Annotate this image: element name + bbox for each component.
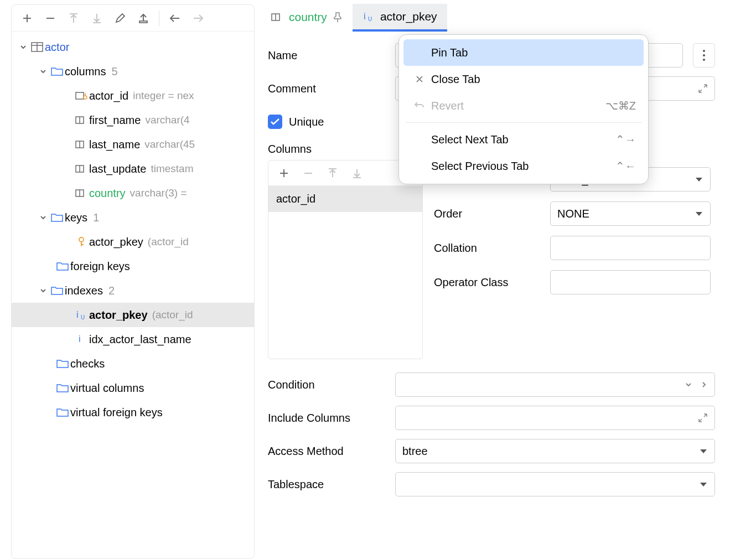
unique-checkbox-row[interactable]: Unique xyxy=(268,115,324,129)
columns-label: columns xyxy=(65,65,106,78)
move-col-down-button[interactable] xyxy=(346,162,368,184)
svg-point-8 xyxy=(79,237,84,242)
tree-key-item[interactable]: actor_pkey (actor_id xyxy=(12,230,254,254)
svg-point-15 xyxy=(703,50,705,52)
form-row-operator-class: Operator Class xyxy=(434,265,715,299)
export-button[interactable] xyxy=(132,7,154,29)
menu-select-next-tab[interactable]: Select Next Tab ⌃→ xyxy=(403,126,644,153)
tree: actor columns 5 actor_id integer = nex f… xyxy=(12,32,254,428)
form-row-order: Order NONE xyxy=(434,196,715,231)
order-select[interactable]: NONE xyxy=(550,201,711,226)
menu-pin-tab[interactable]: Pin Tab xyxy=(403,39,644,66)
tablespace-label: Tablespace xyxy=(268,478,390,491)
column-name: last_update xyxy=(89,163,146,175)
keys-count: 1 xyxy=(93,211,99,224)
move-down-button[interactable] xyxy=(86,7,108,29)
svg-text:i: i xyxy=(79,334,81,344)
tree-column-item[interactable]: first_name varchar(4 xyxy=(12,108,254,132)
indexes-label: indexes xyxy=(65,284,103,297)
order-value: NONE xyxy=(557,208,589,220)
collation-label: Collation xyxy=(434,242,545,255)
key-icon xyxy=(74,236,89,247)
tree-column-item[interactable]: actor_id integer = nex xyxy=(12,84,254,108)
index-name: actor_pkey xyxy=(89,309,148,322)
menu-separator xyxy=(406,122,641,123)
tree-node-virtual-columns[interactable]: virtual columns xyxy=(12,376,254,400)
condition-input[interactable] xyxy=(395,372,715,397)
svg-point-16 xyxy=(703,54,705,56)
access-method-select[interactable]: btree xyxy=(395,439,715,463)
tree-index-item[interactable]: i idx_actor_last_name xyxy=(12,327,254,351)
tree-node-table[interactable]: actor xyxy=(12,35,254,59)
columns-section: actor_id Column Name actor_id Order NONE… xyxy=(268,160,715,359)
tree-node-indexes[interactable]: indexes 2 xyxy=(12,278,254,303)
column-name: last_name xyxy=(89,138,140,151)
foreign-keys-label: foreign keys xyxy=(70,260,130,273)
folder-icon xyxy=(55,407,70,417)
move-up-button[interactable] xyxy=(63,7,85,29)
pin-icon[interactable] xyxy=(333,12,343,23)
chevron-right-icon[interactable] xyxy=(700,381,708,389)
menu-close-tab[interactable]: Close Tab xyxy=(403,66,644,92)
index-meta: (actor_id xyxy=(152,309,193,321)
tree-column-item[interactable]: last_name varchar(45 xyxy=(12,132,254,157)
tab-label: actor_pkey xyxy=(380,10,437,23)
tree-node-virtual-foreign-keys[interactable]: virtual foreign keys xyxy=(12,400,254,425)
expand-icon[interactable] xyxy=(698,413,708,423)
expand-icon[interactable] xyxy=(698,84,708,94)
include-columns-label: Include Columns xyxy=(268,412,390,425)
tab-actor-pkey[interactable]: iU actor_pkey xyxy=(353,4,447,32)
column-type: varchar(4 xyxy=(145,114,189,126)
column-type: timestam xyxy=(151,163,193,175)
chevron-down-icon xyxy=(37,287,49,294)
menu-shortcut: ⌥⌘Z xyxy=(605,99,636,112)
revert-icon xyxy=(411,101,428,110)
include-columns-input[interactable] xyxy=(395,406,715,430)
tree-node-columns[interactable]: columns 5 xyxy=(12,59,254,84)
svg-point-3 xyxy=(84,96,87,99)
menu-select-prev-tab[interactable]: Select Previous Tab ⌃← xyxy=(403,153,644,179)
tablespace-select[interactable] xyxy=(395,472,715,496)
tab-country[interactable]: country xyxy=(261,3,353,31)
columns-list: actor_id xyxy=(268,160,423,359)
folder-icon xyxy=(49,66,65,76)
close-icon xyxy=(411,75,428,84)
sidebar: actor columns 5 actor_id integer = nex f… xyxy=(11,4,255,559)
form-row-access-method: Access Method btree xyxy=(268,434,715,468)
chevron-down-icon xyxy=(37,68,49,75)
svg-text:U: U xyxy=(368,16,372,22)
index-unique-icon: iU xyxy=(74,309,89,320)
folder-icon xyxy=(55,359,70,369)
form-row-collation: Collation xyxy=(434,231,715,265)
sidebar-toolbar xyxy=(12,5,254,32)
collation-input[interactable] xyxy=(550,236,711,260)
comment-label: Comment xyxy=(268,82,390,95)
tree-node-keys[interactable]: keys 1 xyxy=(12,205,254,230)
tree-node-foreign-keys[interactable]: foreign keys xyxy=(12,254,254,278)
tree-node-checks[interactable]: checks xyxy=(12,351,254,376)
column-icon xyxy=(74,188,89,198)
add-column-button[interactable] xyxy=(273,162,295,184)
keys-label: keys xyxy=(65,211,87,224)
back-button[interactable] xyxy=(164,7,186,29)
unique-checkbox[interactable] xyxy=(268,115,282,129)
remove-column-button[interactable] xyxy=(297,162,319,184)
tree-column-item[interactable]: last_update timestam xyxy=(12,157,254,181)
folder-icon xyxy=(49,286,65,296)
tab-label: country xyxy=(289,11,327,24)
menu-revert: Revert ⌥⌘Z xyxy=(403,92,644,119)
chevron-down-icon[interactable] xyxy=(685,381,692,389)
menu-label: Revert xyxy=(431,100,605,112)
edit-button[interactable] xyxy=(109,7,131,29)
virtual-columns-label: virtual columns xyxy=(70,382,144,395)
tree-column-item[interactable]: country varchar(3) = xyxy=(12,181,254,205)
more-button[interactable] xyxy=(693,43,715,68)
column-list-item[interactable]: actor_id xyxy=(268,186,422,212)
forward-button[interactable] xyxy=(187,7,209,29)
move-col-up-button[interactable] xyxy=(322,162,344,184)
operator-class-input[interactable] xyxy=(550,270,711,294)
remove-button[interactable] xyxy=(39,7,61,29)
tree-index-item[interactable]: iU actor_pkey (actor_id xyxy=(12,303,254,327)
add-button[interactable] xyxy=(16,7,38,29)
name-label: Name xyxy=(268,49,390,62)
